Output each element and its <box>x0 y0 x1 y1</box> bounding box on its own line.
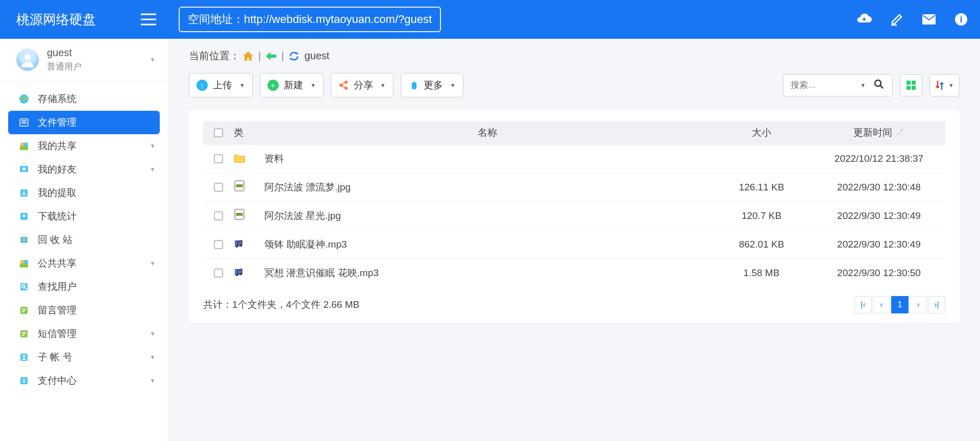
col-size[interactable]: 大小 <box>710 126 813 139</box>
breadcrumb-prefix: 当前位置： <box>189 49 240 63</box>
page-current[interactable]: 1 <box>891 296 909 313</box>
table-footer: 共计：1个文件夹，4个文件 2.66 MB |‹ ‹ 1 › ›| <box>203 296 945 313</box>
sidebar-icon <box>18 164 30 175</box>
edit-icon[interactable] <box>890 13 903 26</box>
sidebar-item-1[interactable]: 文件管理 <box>8 111 160 134</box>
share-button[interactable]: 分享 ▼ <box>331 73 394 97</box>
svg-rect-6 <box>21 120 27 121</box>
row-checkbox[interactable] <box>214 211 223 220</box>
sidebar-item-2[interactable]: 我的共享▼ <box>0 134 168 158</box>
upload-button[interactable]: ↑ 上传 ▼ <box>189 73 253 97</box>
svg-point-10 <box>24 142 28 146</box>
caret-down-icon: ▼ <box>380 82 386 88</box>
row-checkbox[interactable] <box>214 183 223 192</box>
file-type-icon <box>234 153 245 164</box>
file-type-icon: JPG <box>234 180 245 191</box>
sidebar-item-7[interactable]: 公共共享▼ <box>0 252 168 275</box>
avatar <box>16 48 39 71</box>
svg-rect-8 <box>20 146 28 150</box>
file-name: 阿尔法波 漂流梦.jpg <box>264 181 710 194</box>
sidebar-item-9[interactable]: 留言管理 <box>0 299 168 322</box>
table-row[interactable]: 颂钵 助眠凝神.mp3862.01 KB2022/9/30 12:30:49 <box>203 230 945 258</box>
sidebar-item-label: 存储系统 <box>38 92 77 106</box>
user-name: guest <box>47 47 82 59</box>
brand-title: 桃源网络硬盘 <box>16 11 96 29</box>
sidebar-item-label: 文件管理 <box>38 116 77 129</box>
upload-icon: ↑ <box>197 80 208 91</box>
refresh-icon[interactable] <box>289 51 299 61</box>
sidebar-item-10[interactable]: 短信管理▼ <box>0 322 168 346</box>
home-icon[interactable] <box>243 52 253 61</box>
cloud-download-icon[interactable] <box>856 13 872 26</box>
svg-point-31 <box>875 80 881 86</box>
user-block[interactable]: guest 普通用户 ▼ <box>0 39 168 82</box>
table-row[interactable]: 冥想 潜意识催眠 花映.mp31.58 MB2022/9/30 12:30:50 <box>203 258 945 287</box>
col-time[interactable]: 更新时间 ↗ <box>813 126 945 139</box>
sidebar-icon <box>18 117 30 128</box>
row-checkbox[interactable] <box>214 240 223 249</box>
sidebar-icon <box>18 281 30 292</box>
grid-view-button[interactable] <box>900 74 922 96</box>
sort-button[interactable]: ▼ <box>929 74 960 96</box>
search-icon[interactable] <box>869 79 889 91</box>
new-button[interactable]: ＋ 新建 ▼ <box>260 73 324 97</box>
chevron-down-icon: ▼ <box>150 330 156 337</box>
page-next[interactable]: › <box>910 296 927 313</box>
user-role: 普通用户 <box>47 61 82 72</box>
chevron-down-icon: ▼ <box>150 260 156 267</box>
select-all-checkbox[interactable] <box>214 128 223 137</box>
space-url-box[interactable]: 空间地址：http://webdisk.mytaoyuan.com/?guest <box>179 7 441 32</box>
info-icon[interactable]: i <box>954 13 968 26</box>
search-box[interactable]: ▼ <box>783 74 893 96</box>
svg-rect-17 <box>20 263 28 267</box>
sidebar-item-11[interactable]: 子 帐 号▼ <box>0 346 168 369</box>
sidebar-item-12[interactable]: $支付中心▼ <box>0 369 168 393</box>
hand-icon <box>408 80 419 90</box>
col-type[interactable]: 类 <box>234 126 264 139</box>
sidebar-item-8[interactable]: 查找用户 <box>0 275 168 299</box>
hamburger-icon[interactable] <box>141 13 156 26</box>
sidebar-item-6[interactable]: 回 收 站 <box>0 228 168 252</box>
table-header: 类 名称 大小 更新时间 ↗ <box>203 121 945 144</box>
sidebar-item-4[interactable]: 我的提取 <box>0 181 168 205</box>
main-area: 当前位置： | | guest ↑ 上传 ▼ ＋ 新建 ▼ 分享 ▼ <box>168 39 980 441</box>
header-actions: i <box>856 13 968 26</box>
sidebar-item-5[interactable]: 下载统计 <box>0 205 168 228</box>
row-checkbox[interactable] <box>214 154 223 163</box>
row-checkbox[interactable] <box>214 268 223 278</box>
table-row[interactable]: JPG阿尔法波 漂流梦.jpg126.11 KB2022/9/30 12:30:… <box>203 173 945 201</box>
table-row[interactable]: 资料2022/10/12 21:38:37 <box>203 144 945 173</box>
svg-point-16 <box>22 238 26 241</box>
back-arrow-icon[interactable] <box>266 52 276 60</box>
mail-icon[interactable] <box>922 14 936 25</box>
svg-point-12 <box>22 167 26 170</box>
file-type-icon: JPG <box>234 209 245 220</box>
col-name[interactable]: 名称 <box>264 126 710 139</box>
page-first[interactable]: |‹ <box>854 296 872 313</box>
caret-down-icon: ▼ <box>239 82 245 88</box>
sidebar-icon <box>18 328 30 339</box>
search-dropdown-icon[interactable]: ▼ <box>857 82 869 88</box>
page-last[interactable]: ›| <box>928 296 945 313</box>
more-button[interactable]: 更多 ▼ <box>401 73 463 97</box>
sidebar-item-label: 查找用户 <box>38 280 77 293</box>
file-name: 冥想 潜意识催眠 花映.mp3 <box>264 266 710 280</box>
sidebar-item-label: 回 收 站 <box>38 233 72 247</box>
url-label: 空间地址： <box>188 13 244 26</box>
app-header: 桃源网络硬盘 空间地址：http://webdisk.mytaoyuan.com… <box>0 0 980 39</box>
file-time: 2022/9/30 12:30:48 <box>813 182 945 193</box>
user-dropdown-icon[interactable]: ▼ <box>150 56 156 63</box>
search-input[interactable] <box>791 80 857 90</box>
sidebar-icon <box>18 352 30 363</box>
page-prev[interactable]: ‹ <box>873 296 890 313</box>
plus-icon: ＋ <box>267 80 279 91</box>
file-size: 862.01 KB <box>710 239 813 250</box>
sidebar-item-3[interactable]: 我的好友▼ <box>0 158 168 181</box>
sidebar-icon <box>18 258 30 269</box>
sidebar-item-0[interactable]: 存储系统 <box>0 87 168 111</box>
file-time: 2022/9/30 12:30:50 <box>813 267 945 279</box>
table-row[interactable]: JPG阿尔法波 星光.jpg120.7 KB2022/9/30 12:30:49 <box>203 201 945 230</box>
svg-text:JPG: JPG <box>236 184 242 187</box>
file-size: 126.11 KB <box>710 182 813 193</box>
sidebar-icon <box>18 305 30 316</box>
